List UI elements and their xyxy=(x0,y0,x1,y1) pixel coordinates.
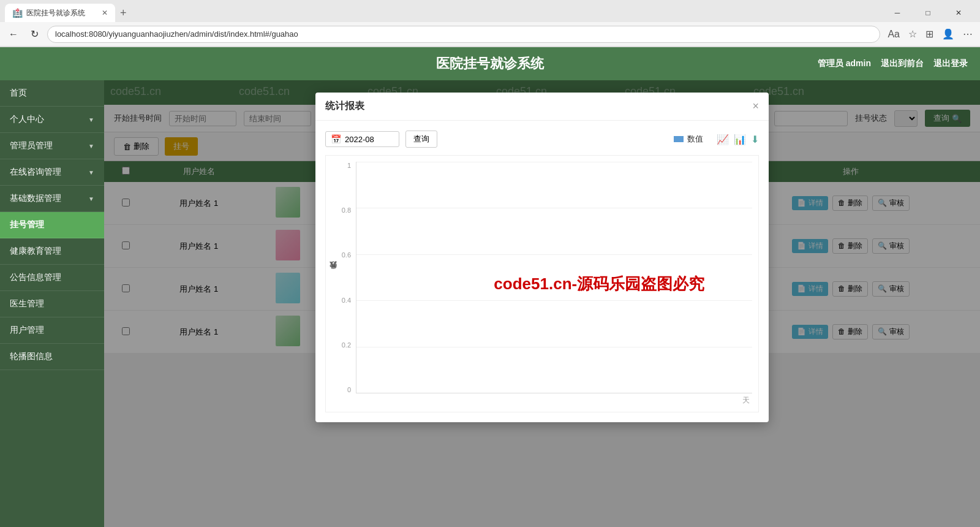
star-icon[interactable]: ☆ xyxy=(906,26,919,42)
sidebar-item-user[interactable]: 用户管理 xyxy=(0,317,104,344)
tab-close-button[interactable]: ✕ xyxy=(102,9,108,17)
front-page-link[interactable]: 退出到前台 xyxy=(881,58,924,69)
sidebar-profile-label: 个人中心 xyxy=(10,114,44,125)
bar-chart-button[interactable]: 📊 xyxy=(734,134,746,145)
app-title: 医院挂号就诊系统 xyxy=(436,55,544,73)
active-tab[interactable]: 🏥 医院挂号就诊系统 ✕ xyxy=(5,4,115,22)
y-axis-label-wrap: 挂号人数 xyxy=(326,156,341,412)
app-header: 医院挂号就诊系统 管理员 admin 退出到前台 退出登录 xyxy=(0,47,980,80)
y-label-1: 0.2 xyxy=(341,341,351,349)
sidebar-item-consult[interactable]: 在线咨询管理 ▼ xyxy=(0,159,104,186)
chart-inner: code51.cn-源码乐园盗图必究 天 xyxy=(356,156,758,412)
grid-line xyxy=(356,300,752,301)
x-axis-label: 天 xyxy=(356,395,752,406)
browser-chrome: 🏥 医院挂号就诊系统 ✕ + ─ □ ✕ ← ↻ Aa ☆ ⊞ 👤 ⋯ xyxy=(0,0,980,47)
chevron-icon: ▼ xyxy=(88,143,94,150)
modal-body: 📅 查询 数值 📈 📊 ⬇ xyxy=(315,121,769,422)
y-label-3: 0.6 xyxy=(341,251,351,259)
y-label-4: 0.8 xyxy=(341,207,351,214)
sidebar-item-health[interactable]: 健康教育管理 xyxy=(0,238,104,265)
chart-grid xyxy=(356,162,752,393)
app-body: 首页 个人中心 ▼ 管理员管理 ▼ 在线咨询管理 ▼ 基础数据管理 ▼ 挂号管理 xyxy=(0,80,980,527)
chart-type-icons: 📈 📊 ⬇ xyxy=(717,134,759,145)
stats-modal: 统计报表 × 📅 查询 数值 xyxy=(315,93,769,422)
y-label-2: 0.4 xyxy=(341,297,351,304)
address-bar-actions: Aa ☆ ⊞ 👤 ⋯ xyxy=(885,26,975,42)
modal-query-button[interactable]: 查询 xyxy=(405,131,437,148)
maximize-button[interactable]: □ xyxy=(914,4,942,22)
modal-controls: 📅 查询 数值 📈 📊 ⬇ xyxy=(325,131,759,148)
line-chart-button[interactable]: 📈 xyxy=(717,134,729,145)
modal-title: 统计报表 xyxy=(325,100,364,113)
menu-icon[interactable]: ⋯ xyxy=(960,26,975,42)
url-input[interactable] xyxy=(47,26,880,43)
app-container: 医院挂号就诊系统 管理员 admin 退出到前台 退出登录 首页 个人中心 ▼ … xyxy=(0,47,980,527)
read-icon[interactable]: Aa xyxy=(885,26,902,42)
admin-label: 管理员 admin xyxy=(818,58,871,69)
x-axis-unit: 天 xyxy=(742,395,750,406)
sidebar-item-profile[interactable]: 个人中心 ▼ xyxy=(0,107,104,133)
chevron-icon: ▼ xyxy=(88,195,94,202)
chevron-icon: ▼ xyxy=(88,116,94,123)
grid-line xyxy=(356,162,752,162)
date-input[interactable] xyxy=(345,135,394,144)
chart-area: 挂号人数 0 0.2 0.4 0.6 0.8 1 xyxy=(325,155,759,412)
download-chart-button[interactable]: ⬇ xyxy=(751,134,759,145)
tab-favicon: 🏥 xyxy=(12,8,23,18)
grid-line xyxy=(356,254,752,255)
x-axis-line xyxy=(356,393,752,393)
grid-line xyxy=(356,347,752,347)
y-axis-labels: 0 0.2 0.4 0.6 0.8 1 xyxy=(341,156,356,412)
sidebar-consult-label: 在线咨询管理 xyxy=(10,167,61,178)
sidebar: 首页 个人中心 ▼ 管理员管理 ▼ 在线咨询管理 ▼ 基础数据管理 ▼ 挂号管理 xyxy=(0,80,104,527)
modal-close-button[interactable]: × xyxy=(752,100,759,113)
sidebar-register-label: 挂号管理 xyxy=(10,219,44,230)
sidebar-item-admin[interactable]: 管理员管理 ▼ xyxy=(0,133,104,159)
date-input-wrap: 📅 xyxy=(325,131,399,147)
calendar-icon: 📅 xyxy=(331,134,341,144)
sidebar-item-carousel[interactable]: 轮播图信息 xyxy=(0,344,104,370)
sidebar-item-home[interactable]: 首页 xyxy=(0,80,104,107)
chevron-icon: ▼ xyxy=(88,169,94,176)
sidebar-home-label: 首页 xyxy=(10,88,27,99)
legend: 数值 xyxy=(674,134,703,145)
sidebar-health-label: 健康教育管理 xyxy=(10,246,61,257)
sidebar-item-basic[interactable]: 基础数据管理 ▼ xyxy=(0,186,104,212)
sidebar-item-notice[interactable]: 公告信息管理 xyxy=(0,265,104,291)
back-button[interactable]: ← xyxy=(5,26,22,42)
logout-link[interactable]: 退出登录 xyxy=(933,58,968,69)
sidebar-doctor-label: 医生管理 xyxy=(10,298,44,309)
address-bar: ← ↻ Aa ☆ ⊞ 👤 ⋯ xyxy=(0,22,980,47)
sidebar-admin-label: 管理员管理 xyxy=(10,140,53,151)
sidebar-basic-label: 基础数据管理 xyxy=(10,193,61,204)
grid-line xyxy=(356,208,752,208)
main-content: code51.cn code51.cn code51.cn code51.cn … xyxy=(104,80,980,527)
y-label-5: 1 xyxy=(341,162,351,169)
sidebar-item-register[interactable]: 挂号管理 xyxy=(0,212,104,238)
tab-title: 医院挂号就诊系统 xyxy=(26,8,85,18)
extensions-icon[interactable]: ⊞ xyxy=(923,26,936,42)
reload-button[interactable]: ↻ xyxy=(27,26,42,42)
sidebar-notice-label: 公告信息管理 xyxy=(10,272,61,283)
y-axis-line xyxy=(356,162,356,393)
legend-label: 数值 xyxy=(687,134,703,145)
close-window-button[interactable]: ✕ xyxy=(944,4,973,22)
sidebar-user-label: 用户管理 xyxy=(10,325,44,336)
sidebar-carousel-label: 轮播图信息 xyxy=(10,351,53,362)
window-controls: ─ □ ✕ xyxy=(883,4,975,22)
y-label-0: 0 xyxy=(341,386,351,393)
minimize-button[interactable]: ─ xyxy=(883,4,911,22)
tab-bar: 🏥 医院挂号就诊系统 ✕ + ─ □ ✕ xyxy=(0,0,980,22)
user-avatar-icon[interactable]: 👤 xyxy=(940,26,957,42)
legend-color-box xyxy=(674,136,684,142)
new-tab-button[interactable]: + xyxy=(115,7,132,20)
modal-overlay[interactable]: 统计报表 × 📅 查询 数值 xyxy=(104,80,980,527)
sidebar-item-doctor[interactable]: 医生管理 xyxy=(0,291,104,317)
modal-header: 统计报表 × xyxy=(315,93,769,121)
header-right: 管理员 admin 退出到前台 退出登录 xyxy=(818,58,968,69)
